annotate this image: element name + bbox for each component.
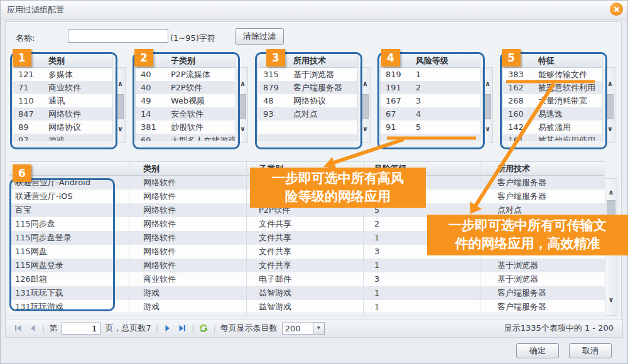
- list-item[interactable]: 879客户端服务器: [258, 81, 357, 94]
- name-input[interactable]: [68, 29, 168, 43]
- last-page-icon[interactable]: [177, 323, 187, 333]
- table-cell: 网络软件: [143, 190, 253, 203]
- page-number-input[interactable]: [62, 323, 100, 335]
- list-item[interactable]: 49Web视频: [136, 94, 235, 107]
- item-label: 客户端服务器: [293, 81, 342, 94]
- item-count: 315: [263, 68, 279, 81]
- length-hint: (1~95)字符: [170, 33, 215, 44]
- list-item[interactable]: [258, 134, 357, 141]
- item-label: 网络协议: [48, 120, 81, 134]
- scroll-up-icon[interactable]: ∧: [238, 80, 247, 88]
- list-item[interactable]: [381, 134, 480, 141]
- scroll-down-icon[interactable]: ∨: [605, 126, 615, 133]
- list-scrollbar[interactable]: ∧∨: [115, 67, 126, 143]
- scroll-up-icon[interactable]: ∧: [360, 80, 370, 88]
- list-item[interactable]: 89网络协议: [13, 120, 112, 134]
- list-item[interactable]: 315基于浏览器: [258, 68, 357, 81]
- refresh-icon[interactable]: [198, 323, 208, 333]
- item-count: 268: [508, 94, 524, 107]
- table-cell: 基于浏览器: [497, 259, 601, 272]
- table-cell: 联通营业厅-iOS: [15, 190, 138, 203]
- table-cell: 游戏: [143, 286, 253, 300]
- scrollbar-thumb[interactable]: [484, 94, 491, 119]
- list-item[interactable]: 71商业软件: [13, 81, 112, 94]
- table-row[interactable]: 126邮箱商业软件电子邮件3基于浏览器: [9, 272, 605, 286]
- table-cell: 文件共享: [259, 245, 369, 259]
- list-scrollbar[interactable]: ∧∨: [360, 67, 371, 143]
- table-cell: 网络软件: [143, 231, 253, 245]
- prev-page-icon[interactable]: [28, 323, 38, 333]
- scroll-down-icon[interactable]: ∨: [360, 126, 370, 133]
- list-scrollbar[interactable]: ∧∨: [605, 67, 615, 143]
- callout-feature: 一步即可选中所有可传输文 件的网络应用，高效精准: [427, 215, 628, 255]
- first-page-icon[interactable]: [13, 323, 23, 333]
- table-cell: 基于浏览器: [497, 272, 601, 286]
- list-item[interactable]: 121多媒体: [13, 68, 112, 81]
- list-item[interactable]: 674: [381, 107, 480, 120]
- list-item[interactable]: 142易被滥用: [503, 120, 602, 134]
- list-item[interactable]: 40P2P软件: [136, 81, 235, 94]
- separator: |: [213, 324, 215, 333]
- next-page-icon[interactable]: [163, 323, 173, 333]
- table-cell: 游戏: [143, 300, 253, 312]
- page-prefix-label: 第: [49, 323, 57, 334]
- scroll-up-icon[interactable]: ∧: [605, 80, 615, 88]
- scroll-up-icon[interactable]: ∧: [483, 80, 492, 88]
- item-label: 大型多人在线游戏: [171, 134, 236, 141]
- list-item[interactable]: 161被其他应用使用: [503, 134, 602, 141]
- list-item[interactable]: 268大量消耗带宽: [503, 94, 602, 107]
- list-item[interactable]: 162被恶意软件利用: [503, 81, 602, 94]
- table-cell: 网络软件: [143, 259, 253, 272]
- table-row[interactable]: 131玩玩游戏游戏益智游戏1客户端服务器: [9, 300, 605, 312]
- annotation-badge-3: 3: [266, 49, 285, 67]
- list-item[interactable]: 97游戏: [13, 134, 112, 141]
- close-button[interactable]: [610, 3, 623, 16]
- scrollbar-thumb[interactable]: [362, 94, 369, 119]
- list-item[interactable]: 915: [381, 120, 480, 134]
- list-item[interactable]: 48网络协议: [258, 94, 357, 107]
- list-item[interactable]: [258, 120, 357, 134]
- scroll-down-icon[interactable]: ∨: [116, 126, 125, 133]
- table-row[interactable]: 131玩玩下载游戏益智游戏1客户端服务器: [9, 286, 605, 300]
- list-item[interactable]: 40P2P流媒体: [136, 68, 235, 81]
- item-label: 1: [416, 68, 421, 81]
- list-item[interactable]: 8191: [381, 68, 480, 81]
- list-item[interactable]: 14安全软件: [136, 107, 235, 120]
- list-scrollbar[interactable]: ∧∨: [237, 67, 248, 143]
- table-cell: 益智游戏: [259, 300, 369, 312]
- table-cell: 1: [374, 259, 484, 272]
- list-item[interactable]: 93点对点: [258, 107, 357, 120]
- table-cell: 百宝: [15, 203, 138, 217]
- annotation-badge-4: 4: [381, 49, 400, 67]
- cancel-button[interactable]: 取消: [569, 343, 612, 358]
- filter-list-3: 所用技术315基于浏览器879客户端服务器48网络协议93点对点: [257, 53, 358, 141]
- table-cell: 益智游戏: [259, 286, 369, 300]
- item-count: 381: [141, 120, 156, 134]
- per-page-select[interactable]: 200 ▾: [282, 322, 325, 335]
- list-item[interactable]: 160易逃逸: [503, 107, 602, 120]
- ok-button[interactable]: 确定: [516, 343, 559, 358]
- scroll-down-icon[interactable]: ∨: [238, 126, 247, 133]
- scrollbar-thumb[interactable]: [607, 94, 614, 119]
- list-item[interactable]: 1912: [381, 81, 480, 94]
- scroll-down-icon[interactable]: ∨: [605, 296, 617, 304]
- callout-feature-line1: 一步即可选中所有可传输文: [427, 217, 628, 235]
- list-item[interactable]: 847网络软件: [13, 107, 112, 120]
- list-item[interactable]: 1673: [381, 94, 480, 107]
- per-page-value: 200: [282, 323, 313, 335]
- list-item[interactable]: 69大型多人在线游戏: [136, 134, 235, 141]
- scrollbar-thumb[interactable]: [117, 94, 124, 119]
- item-label: 被其他应用使用: [538, 134, 595, 141]
- scroll-up-icon[interactable]: ∧: [605, 189, 617, 196]
- item-count: 142: [508, 120, 524, 134]
- scrollbar-thumb[interactable]: [239, 94, 246, 119]
- list-item[interactable]: 381炒股软件: [136, 120, 235, 134]
- column-separator: [129, 162, 129, 316]
- list-item[interactable]: 110通讯: [13, 94, 112, 107]
- table-row[interactable]: 115网盘登录网络软件文件共享1基于浏览器: [9, 259, 605, 272]
- clear-filter-button[interactable]: 清除过滤: [235, 28, 284, 45]
- list-item[interactable]: 383能够传输文件: [503, 68, 602, 81]
- scroll-down-icon[interactable]: ∨: [483, 126, 492, 133]
- scroll-up-icon[interactable]: ∧: [116, 80, 125, 88]
- list-scrollbar[interactable]: ∧∨: [482, 67, 493, 143]
